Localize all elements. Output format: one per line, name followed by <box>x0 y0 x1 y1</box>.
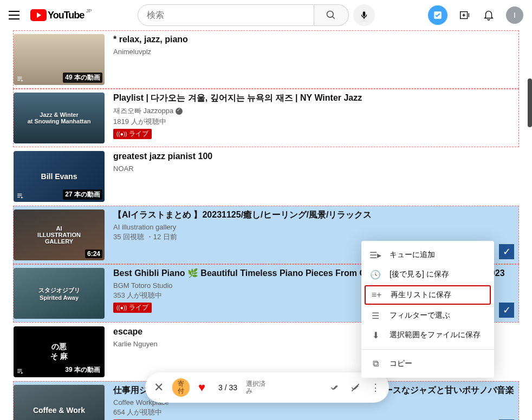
live-badge: ライブ <box>113 129 152 139</box>
header-right: I <box>428 5 523 25</box>
video-meta: Playlist | 다가오는 겨울, 깊어지는 뉴욕의 재즈 | NY Win… <box>113 93 518 143</box>
svg-rect-15 <box>17 369 22 370</box>
youtube-logo[interactable]: YouTube JP <box>30 9 84 21</box>
video-title: 【AIイラストまとめ 】20231125/癒し/ヒーリング/風景/リラックス <box>113 209 518 221</box>
donate-button[interactable]: 寄 付 <box>172 378 190 397</box>
svg-line-1 <box>333 17 335 19</box>
more-button[interactable]: ⋮ <box>371 382 380 393</box>
video-meta: * relax, jazz, piano Animeluvplz <box>113 34 518 85</box>
notifications-button[interactable] <box>482 9 495 22</box>
thumbnail[interactable]: スタジオジブリ Spirited Away <box>14 268 105 319</box>
menu-watch-later[interactable]: 🕓[後で見る] に保存 <box>361 265 494 284</box>
header: YouTube JP I <box>0 0 532 30</box>
thumbnail[interactable]: Jazz & Winter at Snowing Manhattan <box>14 93 105 143</box>
list-item[interactable]: 49 本の動画 * relax, jazz, piano Animeluvplz <box>13 30 519 89</box>
video-title: * relax, jazz, piano <box>113 34 518 45</box>
playlist-icon <box>16 368 25 375</box>
header-left: YouTube JP <box>9 9 84 22</box>
selected-label: 選択済 み <box>246 380 265 395</box>
svg-rect-14 <box>17 197 20 198</box>
create-icon <box>459 9 471 21</box>
region-label: JP <box>86 8 92 14</box>
play-icon <box>30 9 47 21</box>
selection-bar: ✕ 寄 付 ♥ 3 / 33 選択済 み ⋮ <box>145 372 389 403</box>
video-meta: greatest jazz pianist 100 NOAR <box>113 151 518 202</box>
playlist-icon <box>16 192 25 200</box>
playlist-count-badge: 27 本の動画 <box>63 189 102 200</box>
menu-filter[interactable]: ☰フィルターで選ぶ <box>361 306 494 325</box>
bell-icon <box>483 9 495 21</box>
svg-rect-13 <box>17 195 22 196</box>
live-badge: ライブ <box>113 303 152 313</box>
channel-name[interactable]: NOAR <box>113 165 518 173</box>
menu-save-file[interactable]: ⬇選択範囲をファイルに保存 <box>361 325 494 345</box>
svg-point-0 <box>327 11 334 18</box>
svg-rect-9 <box>17 77 22 77</box>
svg-rect-12 <box>17 194 22 194</box>
search-icon <box>326 10 336 21</box>
thumbnail[interactable]: Coffee & Work <box>14 385 105 420</box>
create-button[interactable] <box>458 9 471 22</box>
thumbnail[interactable]: の悪 そ 麻39 本の動画 <box>14 326 105 377</box>
search-input[interactable] <box>138 4 314 26</box>
search-box <box>138 4 349 26</box>
menu-separator <box>361 349 494 350</box>
svg-rect-16 <box>17 371 22 371</box>
duration-badge: 6:24 <box>85 250 102 258</box>
playlist-add-icon: ≡+ <box>371 290 382 300</box>
close-button[interactable]: ✕ <box>154 380 164 395</box>
clock-icon: 🕓 <box>370 269 381 280</box>
selection-count: 3 / 33 <box>218 383 237 392</box>
deselect-all-button[interactable] <box>350 382 361 393</box>
heart-icon[interactable]: ♥ <box>198 380 205 395</box>
hamburger-icon[interactable] <box>9 9 22 22</box>
playlist-count-badge: 39 本の動画 <box>63 365 102 375</box>
filter-icon: ☰ <box>370 310 381 321</box>
menu-label: フィルターで選ぶ <box>390 311 450 320</box>
menu-add-queue[interactable]: ☰▸キューに追加 <box>361 245 494 265</box>
thumbnail[interactable]: 49 本の動画 <box>14 34 105 85</box>
channel-name[interactable]: 재즈오빠 Jazzoppa <box>113 106 518 116</box>
channel-name[interactable]: Animeluvplz <box>113 48 518 56</box>
playlist-count-badge: 49 本の動画 <box>63 73 102 83</box>
list-item[interactable]: Bill Evans27 本の動画 greatest jazz pianist … <box>13 147 519 206</box>
svg-line-18 <box>352 384 359 391</box>
svg-rect-2 <box>362 11 365 16</box>
voice-search-button[interactable] <box>353 4 375 26</box>
selection-mode-button[interactable] <box>428 5 447 25</box>
context-menu: ☰▸キューに追加 🕓[後で見る] に保存 ≡+再生リストに保存 ☰フィルターで選… <box>361 241 494 378</box>
search-button[interactable] <box>314 4 349 26</box>
select-all-button[interactable] <box>329 382 340 393</box>
svg-rect-10 <box>17 78 22 79</box>
video-title: Playlist | 다가오는 겨울, 깊어지는 뉴욕의 재즈 | NY Win… <box>113 93 518 104</box>
video-title: greatest jazz pianist 100 <box>113 151 518 162</box>
copy-icon: ⧉ <box>370 358 381 369</box>
svg-rect-11 <box>17 80 20 81</box>
menu-label: 選択範囲をファイルに保存 <box>390 330 481 340</box>
verified-icon <box>176 108 183 115</box>
menu-save-playlist[interactable]: ≡+再生リストに保存 <box>365 285 491 305</box>
thumbnail[interactable]: AI ILLUSTRATION GALLERY6:24 <box>14 209 105 260</box>
menu-label: [後で見る] に保存 <box>390 270 449 279</box>
avatar[interactable]: I <box>506 6 523 24</box>
playlist-icon <box>16 75 25 83</box>
selected-check-icon[interactable]: ✓ <box>499 303 514 318</box>
bar-actions: ⋮ <box>329 382 380 393</box>
menu-label: キューに追加 <box>390 250 435 260</box>
svg-rect-17 <box>17 372 20 373</box>
scrollbar[interactable] <box>528 78 532 127</box>
queue-icon: ☰▸ <box>370 250 381 260</box>
mic-icon <box>359 10 369 20</box>
menu-label: 再生リストに保存 <box>391 290 451 300</box>
logo-text: YouTube <box>48 10 84 21</box>
list-item[interactable]: Jazz & Winter at Snowing Manhattan Playl… <box>13 89 519 147</box>
download-icon: ⬇ <box>370 330 381 340</box>
menu-copy[interactable]: ⧉コピー <box>361 354 494 373</box>
header-center <box>138 4 375 26</box>
channel-name[interactable]: AI illustration gallery <box>113 223 518 231</box>
menu-label: コピー <box>390 359 412 369</box>
check-icon <box>433 10 443 20</box>
avatar-letter: I <box>514 11 516 19</box>
thumbnail[interactable]: Bill Evans27 本の動画 <box>14 151 105 202</box>
selected-check-icon[interactable]: ✓ <box>499 244 514 259</box>
